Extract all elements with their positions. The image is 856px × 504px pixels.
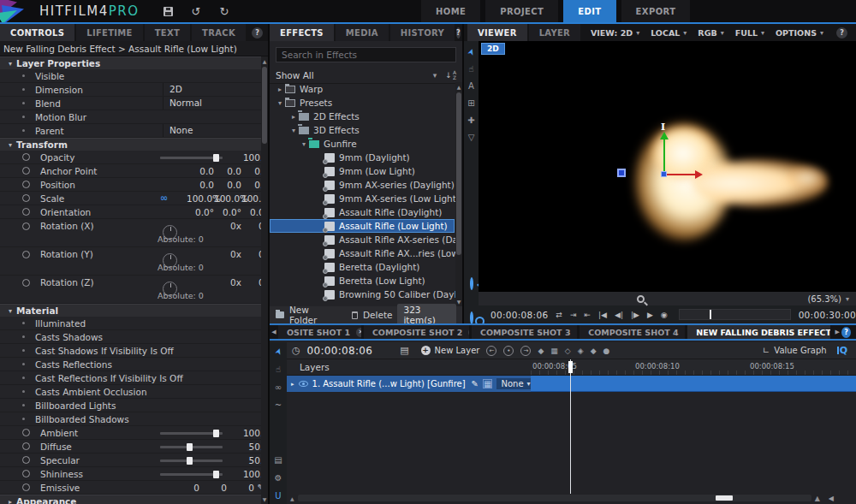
value-y[interactable]: 0.0°: [214, 205, 241, 219]
value-x[interactable]: 0.0°: [187, 205, 214, 219]
effects-tree-item[interactable]: ▸ Warp: [270, 82, 455, 96]
canvas-2d-tab[interactable]: 2D: [481, 43, 505, 55]
next-keyframe-button[interactable]: →: [520, 346, 531, 356]
effects-tree-item[interactable]: Assault Rifle AX-series (Daylight): [270, 233, 455, 246]
delete-button[interactable]: Delete: [363, 310, 393, 320]
section-layer-properties[interactable]: ▾ Layer Properties: [0, 56, 268, 69]
effects-tree-item[interactable]: Assault Rifle AX...ries (Low Light): [270, 246, 455, 260]
tab-track[interactable]: TRACK: [192, 24, 246, 41]
opacity-slider[interactable]: [160, 157, 223, 159]
keyframe-bezier-icon[interactable]: ◆: [591, 347, 597, 355]
rate-stretch-tool[interactable]: ~: [272, 400, 285, 411]
help-icon[interactable]: ?: [841, 327, 851, 338]
close-icon[interactable]: ✕: [356, 328, 361, 337]
keyframe-toggle-icon[interactable]: [22, 222, 30, 230]
settings-gear-icon[interactable]: ⚙: [272, 472, 285, 483]
keyframe-toggle-icon[interactable]: [22, 279, 30, 287]
zoom-in-icon[interactable]: ▲: [815, 495, 820, 502]
material-toggle-row[interactable]: Billboarded Lights: [0, 399, 268, 412]
track-link-tool[interactable]: [465, 312, 478, 323]
zoom-level[interactable]: (65.3%): [807, 294, 841, 304]
previous-keyframe-button[interactable]: ←: [486, 346, 496, 356]
property-row-rotation[interactable]: Rotation (Z) 0x0° Absolute: 0: [0, 276, 268, 304]
property-row[interactable]: Visible: [0, 69, 268, 83]
section-appearance[interactable]: ▸ Appearance: [0, 495, 268, 504]
material-toggle-row[interactable]: Cast Reflections If Visibility Is Off: [0, 371, 268, 385]
visibility-eye-icon[interactable]: [299, 381, 308, 387]
effects-tree-item[interactable]: 9mm (Daylight): [270, 151, 455, 164]
gizmo-y-axis[interactable]: [663, 139, 665, 175]
search-input[interactable]: [276, 47, 456, 62]
tab-scroll-left-icon[interactable]: ◀: [270, 325, 278, 339]
tab-layer[interactable]: LAYER: [529, 24, 580, 41]
scrollbar-track[interactable]: [298, 495, 811, 501]
hand-tool[interactable]: ☝: [465, 63, 478, 74]
effects-tree-item[interactable]: ▾ Gunfire: [270, 137, 455, 151]
delete-icon[interactable]: [352, 311, 358, 319]
playhead-handle[interactable]: [568, 361, 573, 373]
material-slider-row[interactable]: Specular 50.0: [0, 454, 268, 467]
property-row[interactable]: Dimension 2D: [0, 83, 268, 97]
tab-history[interactable]: HISTORY: [390, 24, 455, 41]
value-graph-button[interactable]: ∟ Value Graph: [763, 346, 827, 355]
mask-grid-icon[interactable]: ▦: [483, 379, 492, 388]
import-frame-button[interactable]: ⇤: [584, 311, 591, 319]
keyframe-toggle-icon[interactable]: [22, 153, 30, 161]
tab-effects[interactable]: EFFECTS: [270, 24, 334, 41]
viewer-canvas[interactable]: 2D I: [479, 41, 856, 292]
new-layer-button[interactable]: + New Layer: [421, 346, 480, 355]
close-icon[interactable]: ✕: [577, 328, 578, 337]
close-icon[interactable]: ✕: [685, 328, 686, 337]
resolution-menu[interactable]: FULL ▾: [735, 28, 764, 38]
material-slider-row[interactable]: Ambient 100.0: [0, 426, 268, 440]
tab-composite-shot-1[interactable]: OSITE SHOT 1 ✕: [278, 325, 361, 339]
keyframe-toggle-icon[interactable]: [22, 167, 30, 175]
expand-icon[interactable]: ▸: [291, 381, 294, 388]
film-strip-icon[interactable]: ▤: [272, 454, 285, 465]
keyframe-toggle-icon[interactable]: [22, 442, 30, 450]
view-mode-menu[interactable]: VIEW: 2D ▾: [591, 28, 639, 38]
effects-tree-item[interactable]: ▾ 3D Effects: [270, 123, 455, 137]
value-x[interactable]: 100.0%: [187, 192, 214, 205]
section-transform[interactable]: ▾ Transform: [0, 138, 268, 151]
value-y[interactable]: 100.0%: [214, 192, 241, 205]
gizmo-origin-handle[interactable]: [661, 171, 667, 177]
stopwatch-icon[interactable]: ◷: [292, 345, 300, 356]
nav-tab-edit[interactable]: EDIT: [563, 0, 615, 22]
tab-media[interactable]: MEDIA: [336, 24, 389, 41]
value-x[interactable]: 0.0: [187, 178, 214, 192]
next-frame-button[interactable]: |▶: [631, 311, 639, 319]
layer-row[interactable]: ▸ 1. Assault Rifle (...w Light) [Gunfire…: [287, 376, 856, 392]
material-slider[interactable]: [160, 432, 223, 435]
play-button[interactable]: ▶: [647, 311, 653, 319]
rotation-turns[interactable]: 0x: [207, 276, 241, 289]
nav-tab-export[interactable]: EXPORT: [621, 0, 691, 22]
sort-icon[interactable]: ↓ AZ: [445, 70, 456, 80]
scroll-up-icon[interactable]: ▲: [261, 58, 268, 64]
help-icon[interactable]: ?: [836, 27, 847, 39]
close-icon[interactable]: ✕: [468, 328, 469, 337]
material-toggle-row[interactable]: Casts Ambient Occlusion: [0, 385, 268, 399]
keyframe-toggle-icon[interactable]: [22, 429, 30, 436]
keyframe-diamond-icon[interactable]: ◆: [538, 347, 544, 355]
scroll-down-icon[interactable]: ▼: [261, 496, 268, 502]
loop-playback-button[interactable]: ⇄: [556, 311, 562, 319]
timeline-zoom-icon[interactable]: Q: [837, 345, 847, 356]
save-icon[interactable]: [163, 7, 173, 16]
keyframe-toggle-icon[interactable]: [22, 470, 30, 477]
scrollbar-thumb[interactable]: [716, 495, 733, 501]
undo-icon[interactable]: ↺: [192, 6, 201, 17]
controls-scrollbar[interactable]: ▲ ▼: [261, 56, 268, 504]
effects-tree-item[interactable]: Browning 50 Caliber (Daylight): [270, 288, 455, 301]
property-row-opacity[interactable]: Opacity 100.0: [0, 151, 268, 164]
property-row-emissive[interactable]: Emissive 0 0 0 ✎: [0, 481, 268, 495]
effects-tree-item[interactable]: 9mm AX-series (Low Light): [270, 192, 455, 205]
property-row-rotation[interactable]: Rotation (X) 0x0° Absolute: 0: [0, 219, 268, 247]
material-toggle-row[interactable]: Cast Shadows If Visibility Is Off: [0, 344, 268, 358]
redo-icon[interactable]: ↻: [219, 6, 229, 17]
help-icon[interactable]: ?: [456, 27, 461, 39]
material-toggle-row[interactable]: Casts Reflections: [0, 358, 268, 371]
tree-expand-icon[interactable]: ▾: [299, 140, 309, 148]
effects-tree-item[interactable]: Beretta (Daylight): [270, 260, 455, 274]
playhead-line[interactable]: [570, 359, 571, 494]
